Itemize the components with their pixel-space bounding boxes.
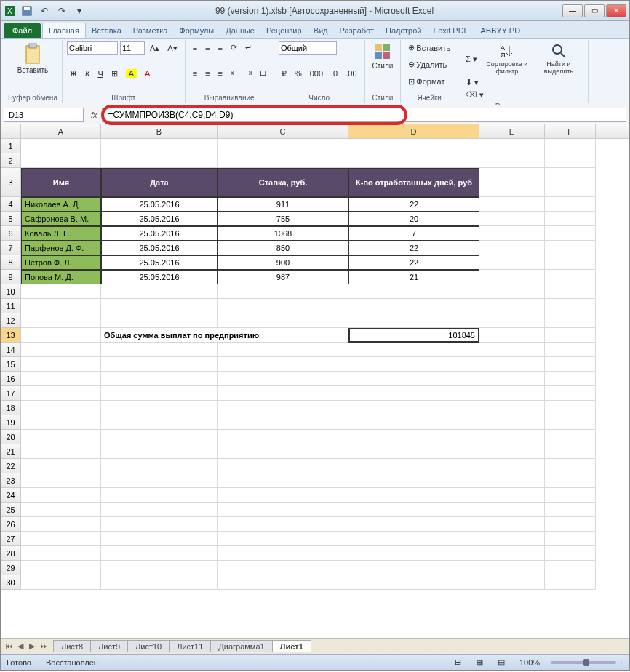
tab-developer[interactable]: Разработ <box>334 23 380 38</box>
cell[interactable] <box>545 212 596 226</box>
cell[interactable] <box>218 575 348 590</box>
cell[interactable] <box>479 153 545 168</box>
cell[interactable] <box>479 241 545 255</box>
file-tab[interactable]: Файл <box>4 23 41 38</box>
table-cell[interactable]: 25.05.2016 <box>101 226 218 241</box>
cell[interactable] <box>218 459 348 473</box>
cell[interactable] <box>21 430 101 444</box>
cell[interactable] <box>21 473 101 488</box>
cell[interactable] <box>218 415 348 430</box>
cell[interactable] <box>479 313 545 328</box>
cell[interactable] <box>479 139 545 153</box>
table-cell[interactable]: 25.05.2016 <box>101 241 218 255</box>
align-mid-icon[interactable]: ≡ <box>202 42 212 54</box>
cell[interactable] <box>348 444 479 459</box>
cell[interactable] <box>101 299 218 313</box>
cell[interactable] <box>348 313 479 328</box>
table-cell[interactable]: 987 <box>218 270 348 284</box>
table-cell[interactable]: Николаев А. Д. <box>21 197 101 212</box>
cell[interactable] <box>101 503 218 517</box>
summary-label-cell[interactable]: Общая сумма выплат по предприятию <box>101 328 218 343</box>
cell[interactable] <box>218 532 348 546</box>
cell[interactable] <box>21 313 101 328</box>
table-cell[interactable]: 21 <box>348 270 479 284</box>
col-header-a[interactable]: A <box>21 124 101 138</box>
view-normal-icon[interactable]: ⊞ <box>455 657 461 667</box>
cell[interactable] <box>545 226 596 241</box>
styles-button[interactable]: Стили <box>370 41 396 71</box>
merge-icon[interactable]: ⊟ <box>257 67 269 79</box>
table-cell[interactable]: Парфенов Д. Ф. <box>21 241 101 255</box>
table-cell[interactable]: 20 <box>348 212 479 226</box>
cell[interactable] <box>348 139 479 153</box>
cell[interactable] <box>101 153 218 168</box>
cell[interactable] <box>479 503 545 517</box>
table-cell[interactable]: Коваль Л. П. <box>21 226 101 241</box>
cell[interactable] <box>545 401 596 415</box>
cell[interactable] <box>545 255 596 270</box>
fx-icon[interactable]: fx <box>87 111 102 119</box>
wrap-text-icon[interactable]: ↵ <box>242 41 255 54</box>
table-cell[interactable]: 7 <box>348 226 479 241</box>
cell[interactable] <box>545 153 596 168</box>
cell[interactable] <box>218 444 348 459</box>
cell[interactable] <box>101 561 218 575</box>
cell[interactable] <box>218 343 348 357</box>
tab-abbyy[interactable]: ABBYY PD <box>474 23 526 38</box>
cell[interactable] <box>545 357 596 372</box>
underline-button[interactable]: Ч <box>95 68 105 79</box>
cell[interactable] <box>218 299 348 313</box>
cell[interactable] <box>21 357 101 372</box>
align-top-icon[interactable]: ≡ <box>190 42 200 54</box>
border-icon[interactable]: ⊞ <box>108 68 121 80</box>
table-cell[interactable]: 1068 <box>218 226 348 241</box>
cell[interactable] <box>21 284 101 299</box>
cell[interactable] <box>479 444 545 459</box>
row-header[interactable]: 10 <box>1 284 21 299</box>
paste-button[interactable]: Вставить <box>8 41 57 76</box>
italic-button[interactable]: К <box>82 68 92 79</box>
cell[interactable] <box>545 299 596 313</box>
minimize-button[interactable]: — <box>562 4 583 17</box>
cell[interactable] <box>348 546 479 561</box>
table-header[interactable]: Имя <box>21 168 101 197</box>
cell[interactable] <box>348 532 479 546</box>
row-header[interactable]: 24 <box>1 488 21 503</box>
orientation-icon[interactable]: ⟳ <box>228 41 240 54</box>
indent-inc-icon[interactable]: ⇥ <box>242 67 255 79</box>
cell[interactable] <box>545 575 596 590</box>
cell[interactable] <box>21 401 101 415</box>
table-cell[interactable]: 850 <box>218 241 348 255</box>
col-header-c[interactable]: C <box>218 124 348 138</box>
percent-icon[interactable]: % <box>292 68 305 79</box>
row-header[interactable]: 29 <box>1 561 21 575</box>
cell[interactable] <box>479 372 545 386</box>
align-left-icon[interactable]: ≡ <box>190 68 200 79</box>
table-cell[interactable]: 25.05.2016 <box>101 255 218 270</box>
row-header[interactable]: 22 <box>1 459 21 473</box>
cell[interactable] <box>479 197 545 212</box>
cell[interactable] <box>348 561 479 575</box>
cell[interactable] <box>101 139 218 153</box>
row-header[interactable]: 21 <box>1 444 21 459</box>
table-cell[interactable]: 25.05.2016 <box>101 270 218 284</box>
bold-button[interactable]: Ж <box>67 68 80 79</box>
cell[interactable] <box>479 168 545 197</box>
cell[interactable] <box>218 561 348 575</box>
redo-icon[interactable]: ↷ <box>55 4 69 18</box>
cell[interactable] <box>218 503 348 517</box>
cell[interactable] <box>479 546 545 561</box>
row-header[interactable]: 7 <box>1 241 21 255</box>
row-header[interactable]: 23 <box>1 473 21 488</box>
grow-font-icon[interactable]: A▴ <box>147 42 162 55</box>
cell[interactable] <box>21 328 101 343</box>
cell[interactable] <box>348 415 479 430</box>
cell[interactable] <box>348 503 479 517</box>
cell[interactable] <box>479 459 545 473</box>
table-cell[interactable]: 25.05.2016 <box>101 197 218 212</box>
sheet-last-icon[interactable]: ⏭ <box>39 641 49 651</box>
table-header[interactable]: Ставка, руб. <box>218 168 348 197</box>
sheet-next-icon[interactable]: ▶ <box>27 641 37 651</box>
fill-color-icon[interactable]: A <box>123 68 140 79</box>
cell[interactable] <box>479 299 545 313</box>
